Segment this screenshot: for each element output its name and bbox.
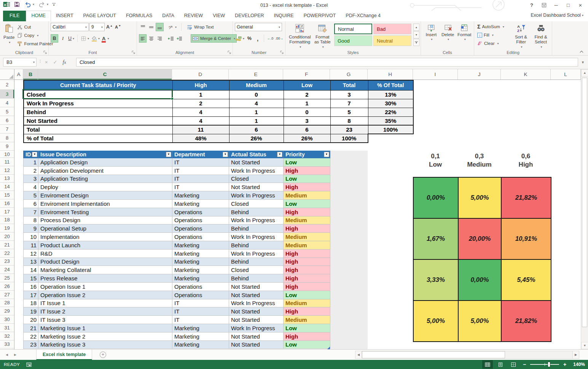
issue-description[interactable]: Marketing Collateral [38, 266, 172, 274]
issue-description[interactable]: Application Testing [38, 175, 172, 183]
copy-dropdown-icon[interactable]: ▾ [37, 34, 38, 37]
row-header-17[interactable]: 17 [0, 208, 14, 216]
issue-priority[interactable]: Low [284, 291, 330, 299]
accounting-format-button[interactable]: ▾ [235, 34, 245, 43]
issue-id[interactable]: 7 [24, 208, 38, 216]
grow-font-button[interactable]: A▲ [105, 23, 113, 31]
issue-id[interactable]: 2 [24, 166, 38, 175]
issue-id[interactable]: 23 [24, 340, 38, 349]
issue-description[interactable]: Enviroment Design [38, 191, 172, 200]
issue-status[interactable]: Closed [229, 266, 284, 274]
row-header-19[interactable]: 19 [0, 224, 14, 232]
collapse-ribbon-button[interactable] [579, 50, 584, 54]
status-col-medium[interactable]: Medium [229, 80, 284, 90]
filter-dropdown-icon[interactable]: ▼ [223, 152, 228, 157]
issue-department[interactable]: IT [172, 307, 229, 316]
previous-sheet-button[interactable]: ◂ [3, 350, 11, 360]
ribbon-tab-page-layout[interactable]: PAGE LAYOUT [78, 11, 121, 21]
expand-formula-bar-button[interactable]: ▼ [579, 58, 586, 67]
wrap-text-button[interactable]: Wrap Text [185, 23, 215, 31]
merge-center-button[interactable]: Merge & Center ▾ [191, 34, 237, 43]
name-box-dropdown-icon[interactable]: ▾ [33, 60, 35, 64]
issue-description[interactable]: Product Design [38, 258, 172, 266]
accounting-dropdown-icon[interactable]: ▾ [243, 37, 244, 40]
issue-id[interactable]: 1 [24, 158, 38, 167]
issue-description[interactable]: IT Issue 2 [38, 307, 172, 316]
issue-status[interactable]: Work In Progress [229, 299, 284, 307]
issue-department[interactable]: Operations [172, 233, 229, 241]
issue-department[interactable]: Operations [172, 224, 229, 233]
issue-status[interactable]: Not Started [229, 332, 284, 340]
row-header-21[interactable]: 21 [0, 241, 14, 249]
issue-status[interactable]: Behind [229, 274, 284, 283]
close-button[interactable]: × [575, 0, 586, 10]
issue-priority[interactable]: Medium [284, 233, 330, 241]
new-sheet-button[interactable]: + [100, 352, 106, 358]
number-format-select[interactable]: General▾ [235, 23, 282, 31]
page-layout-view-button[interactable] [495, 360, 506, 369]
row-header-33[interactable]: 33 [0, 340, 14, 349]
column-header-I[interactable]: I [413, 69, 458, 80]
issue-status[interactable]: Work In Progress [229, 166, 284, 175]
issue-department[interactable]: Operations [172, 291, 229, 299]
matrix-cell-r1c2[interactable]: 5,00% [458, 177, 501, 218]
formula-bar-gripper[interactable]: ⁞ [40, 59, 40, 64]
row-header-3[interactable]: 3 [0, 90, 14, 99]
column-header-J[interactable]: J [458, 69, 501, 80]
horizontal-scroll-track[interactable] [362, 351, 572, 359]
font-color-dropdown-icon[interactable]: ▾ [107, 37, 109, 40]
row-header-30[interactable]: 30 [0, 315, 14, 324]
matrix-cell-r3c2[interactable]: 0,00% [458, 259, 501, 301]
matrix-cell-r4c2[interactable]: 5,00% [458, 301, 501, 342]
underline-dropdown-icon[interactable]: ▾ [73, 37, 74, 40]
issue-id[interactable]: 21 [24, 324, 38, 332]
fill-handle[interactable] [171, 97, 174, 100]
issue-status[interactable]: Closed [229, 175, 284, 183]
ribbon-tab-insert[interactable]: INSERT [51, 11, 78, 21]
issue-description[interactable]: Operational Setup [38, 224, 172, 233]
find-select-dropdown-icon[interactable]: ▾ [540, 45, 542, 49]
issue-priority[interactable]: Medium [284, 299, 330, 307]
align-bottom-button[interactable] [156, 23, 164, 31]
ribbon-tab-powerpivot[interactable]: POWERPIVOT [299, 11, 341, 21]
redo-dropdown-icon[interactable]: ▾ [47, 3, 48, 6]
issue-department[interactable]: Marketing [172, 332, 229, 340]
row-header-6[interactable]: 6 [0, 116, 14, 125]
gallery-up-button[interactable]: ▲ [413, 24, 419, 31]
scroll-up-button[interactable]: ▲ [581, 69, 588, 76]
issue-department[interactable]: Marketing [172, 191, 229, 200]
issue-status[interactable]: Work In Progress [229, 191, 284, 200]
issue-department[interactable]: Marketing [172, 199, 229, 208]
matrix-cell-r2c1[interactable]: 1,67% [413, 218, 458, 259]
issue-id[interactable]: 22 [24, 332, 38, 340]
issue-priority[interactable]: High [284, 282, 330, 291]
issue-department[interactable]: Operations [172, 208, 229, 216]
column-header-A[interactable]: A [14, 69, 23, 80]
issue-description[interactable]: Implementation [38, 233, 172, 241]
gallery-down-button[interactable]: ▼ [413, 31, 419, 38]
issue-department[interactable]: Marketing [172, 324, 229, 332]
issue-priority[interactable]: Low [284, 158, 330, 167]
issue-id[interactable]: 9 [24, 224, 38, 233]
matrix-cell-r4c3[interactable]: 21,82% [501, 301, 551, 342]
column-header-D[interactable]: D [172, 69, 229, 80]
issue-department[interactable]: Operations [172, 282, 229, 291]
ribbon-tab-pdf-xchange-4[interactable]: PDF-XChange 4 [341, 11, 386, 21]
format-dropdown-icon[interactable]: ▾ [464, 38, 466, 41]
issue-id[interactable]: 4 [24, 183, 38, 191]
row-header-18[interactable]: 18 [0, 216, 14, 224]
issue-description[interactable]: Operation Issue 1 [38, 282, 172, 291]
issue-priority[interactable]: Low [284, 340, 330, 349]
row-header-22[interactable]: 22 [0, 249, 14, 258]
select-all-button[interactable] [0, 69, 14, 80]
issue-description[interactable]: IT Issue 1 [38, 299, 172, 307]
zoom-in-button[interactable]: + [561, 361, 568, 367]
macro-record-icon[interactable] [26, 362, 32, 367]
issue-status[interactable]: Not Started [229, 158, 284, 167]
scroll-left-button[interactable]: ◀ [355, 351, 362, 359]
issue-description[interactable]: Marketing Issue 2 [38, 332, 172, 340]
cell-style-neutral[interactable]: Neutral [373, 35, 411, 46]
column-header-F[interactable]: F [283, 69, 330, 80]
format-as-table-button[interactable]: Format as Table ▾ [312, 22, 333, 48]
orientation-button[interactable]: ab ▾ [167, 23, 177, 31]
